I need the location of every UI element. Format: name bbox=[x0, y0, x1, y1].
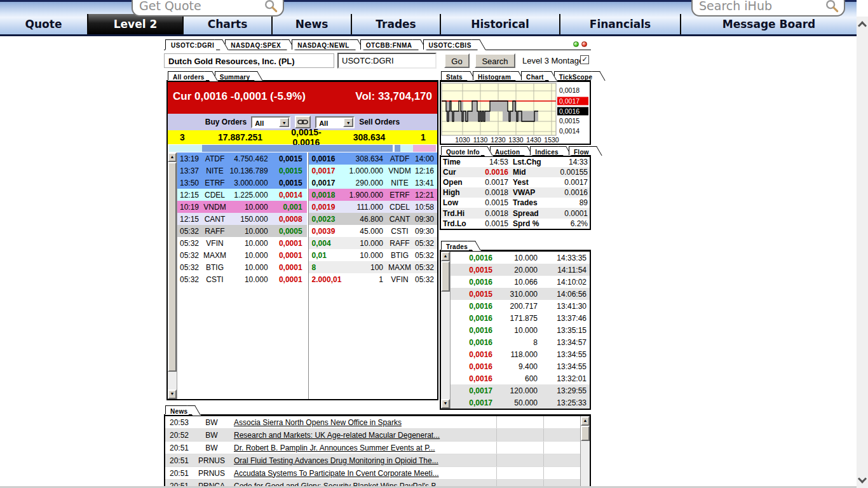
ask-market-maker: RAFF bbox=[386, 239, 413, 248]
trade-time: 14:10:02 bbox=[545, 278, 590, 287]
quote-toolbar: Dutch Gold Resources, Inc. (PL) Go Searc… bbox=[164, 53, 591, 72]
quote-info-subtab[interactable]: Indices bbox=[530, 146, 560, 155]
trades-panel: ▲ ▼ 0,0016 10.000 14:33:35 0,0015 20.000… bbox=[440, 250, 591, 410]
quote-info-row: Low 0.0015 Trades 89 bbox=[441, 198, 590, 208]
nav-tab-level2[interactable]: Level 2 bbox=[87, 14, 182, 34]
scroll-up-button[interactable]: ▲ bbox=[168, 152, 177, 162]
search-ihub-input[interactable] bbox=[699, 0, 825, 13]
nav-tab-financials[interactable]: Financials bbox=[559, 14, 680, 34]
scroll-up-icon[interactable] bbox=[859, 22, 865, 28]
orderbook-subtab[interactable]: All orders bbox=[168, 71, 206, 80]
ticker-tab-label: OTCBB:FNMA bbox=[366, 42, 412, 49]
stat-value: 14:33 bbox=[545, 158, 590, 166]
trade-size: 20.000 bbox=[492, 266, 545, 274]
trade-time: 13:41:30 bbox=[545, 302, 590, 311]
bid-row: 13:37 NITE 10.136.789 0,0015 bbox=[177, 165, 307, 177]
news-source: BW bbox=[193, 431, 230, 440]
trade-row: 0,0016 10.066 14:10:02 bbox=[451, 276, 590, 288]
stat-label: Time bbox=[441, 158, 469, 166]
news-source: PRNUS bbox=[193, 469, 230, 478]
trades-tab[interactable]: Trades bbox=[441, 241, 469, 250]
news-headline-link[interactable]: Dr. Robert B. Pamplin Jr. Announces Summ… bbox=[230, 444, 496, 452]
scroll-up-button[interactable]: ▲ bbox=[581, 416, 590, 426]
nav-tab-trades[interactable]: Trades bbox=[351, 14, 440, 34]
scrollbar-thumb[interactable] bbox=[581, 426, 590, 441]
news-scrollbar[interactable]: ▲ bbox=[580, 416, 590, 488]
ticker-tab[interactable]: USOTC:CBIS bbox=[423, 39, 473, 50]
orderbook-subtab[interactable]: Summary bbox=[215, 71, 252, 80]
trade-time: 13:34:57 bbox=[545, 338, 590, 347]
nav-tab-news[interactable]: News bbox=[271, 14, 351, 34]
buy-filter-select[interactable]: All ▼ bbox=[251, 116, 290, 128]
trade-size: 10.000 bbox=[492, 254, 545, 262]
stat-label: Sprd % bbox=[508, 219, 545, 228]
trade-row: 0,0015 310.000 14:06:56 bbox=[451, 288, 590, 300]
scroll-up-button[interactable]: ▲ bbox=[441, 252, 450, 261]
chart-subtab[interactable]: Chart bbox=[521, 71, 545, 80]
level3-montage-checkbox[interactable]: ✓ bbox=[580, 55, 589, 64]
trade-row: 0,0016 10.000 14:33:35 bbox=[451, 252, 590, 264]
trades-scrollbar[interactable]: ▲ ▼ bbox=[441, 252, 451, 409]
chart-subtab[interactable]: Histogram bbox=[473, 71, 512, 80]
sell-filter-select[interactable]: All ▼ bbox=[315, 116, 355, 128]
news-time: 20:51 bbox=[165, 456, 193, 465]
ticker-tab-label: USOTC:DGRI bbox=[171, 42, 214, 49]
nav-tab-message-board[interactable]: Message Board bbox=[680, 14, 857, 34]
bid-row: 05:32 VFIN 10.000 0,0001 bbox=[177, 237, 307, 249]
news-time: 20:53 bbox=[165, 418, 193, 427]
trade-row: 0,0016 9.400 13:34:55 bbox=[451, 360, 590, 372]
ask-size: 1.000.000 bbox=[349, 166, 386, 175]
news-panel: 20:53 BW Associa Sierra North Opens New … bbox=[164, 415, 591, 488]
get-quote-input[interactable] bbox=[139, 0, 264, 13]
trade-time: 14:11:54 bbox=[545, 266, 590, 274]
y-tick: 0,0018 bbox=[559, 86, 580, 94]
ticker-tab[interactable]: OTCBB:FNMA bbox=[360, 39, 414, 50]
trade-size: 118.000 bbox=[492, 350, 545, 359]
go-button[interactable]: Go bbox=[444, 53, 470, 68]
orderbook-column: All orders Summary Cur 0,0016 -0,0001 (-… bbox=[166, 71, 438, 400]
dropdown-arrow-icon[interactable]: ▼ bbox=[343, 118, 353, 127]
news-headline-link[interactable]: Oral Fluid Testing Advances Drug Monitor… bbox=[230, 456, 496, 465]
news-headline-link[interactable]: Associa Sierra North Opens New Office in… bbox=[230, 418, 496, 427]
ask-price: 8 bbox=[309, 263, 349, 272]
intraday-chart-panel: 1030 1130 1230 1330 1430 1530 0,0018 0,0… bbox=[440, 81, 591, 145]
scroll-down-icon[interactable] bbox=[859, 477, 865, 483]
ask-time: 12:21 bbox=[413, 191, 437, 200]
dropdown-arrow-icon[interactable]: ▼ bbox=[279, 118, 289, 127]
scroll-down-button[interactable]: ▼ bbox=[168, 390, 177, 399]
stat-value: 6.2% bbox=[545, 219, 590, 228]
quote-info-tab-bar: Quote Info Auction Indices Flow bbox=[440, 146, 591, 156]
nav-tab-quote[interactable]: Quote bbox=[0, 14, 87, 34]
ask-market-maker: CSTI bbox=[386, 227, 413, 236]
window-scrollbar[interactable] bbox=[857, 17, 868, 488]
chart-subtab[interactable]: TickScope bbox=[554, 71, 594, 80]
ask-market-maker: VNDM bbox=[386, 166, 413, 175]
orderbook-scrollbar[interactable]: ▲ ▼ bbox=[168, 152, 177, 399]
search-button[interactable]: Search bbox=[475, 53, 515, 68]
ticker-tab[interactable]: NASDAQ:SPEX bbox=[225, 39, 283, 50]
news-empty-cell bbox=[496, 454, 543, 466]
ticker-tab[interactable]: USOTC:DGRI bbox=[165, 39, 216, 50]
bid-time: 05:32 bbox=[177, 227, 201, 236]
checkmark-icon: ✓ bbox=[581, 55, 587, 64]
symbol-input[interactable] bbox=[337, 53, 437, 69]
nav-tab-historical[interactable]: Historical bbox=[440, 14, 559, 34]
bid-price: 0,0014 bbox=[272, 191, 307, 200]
quote-info-subtab[interactable]: Quote Info bbox=[441, 146, 481, 155]
news-tab[interactable]: News bbox=[165, 405, 189, 414]
ask-price: 0,0016 bbox=[309, 154, 349, 163]
bid-time: 05:32 bbox=[177, 251, 201, 260]
quote-info-subtab[interactable]: Flow bbox=[569, 146, 590, 155]
quote-info-subtab[interactable]: Auction bbox=[490, 146, 521, 155]
scrollbar-thumb[interactable] bbox=[441, 261, 450, 292]
news-headline-link[interactable]: Research and Markets: UK Age-related Mac… bbox=[230, 431, 496, 440]
ticker-tab[interactable]: NASDAQ:NEWL bbox=[292, 39, 351, 50]
link-filters-button[interactable] bbox=[295, 116, 311, 128]
news-headline-link[interactable]: Accudata Systems To Participate In Cvent… bbox=[230, 469, 496, 478]
chart-subtab[interactable]: Stats bbox=[441, 71, 464, 80]
depth-segment bbox=[400, 145, 413, 152]
nav-tab-charts[interactable]: Charts bbox=[182, 14, 271, 34]
trade-price: 0,0016 bbox=[451, 326, 492, 335]
bid-time: 12:15 bbox=[177, 191, 201, 200]
scrollbar-thumb[interactable] bbox=[168, 162, 177, 372]
